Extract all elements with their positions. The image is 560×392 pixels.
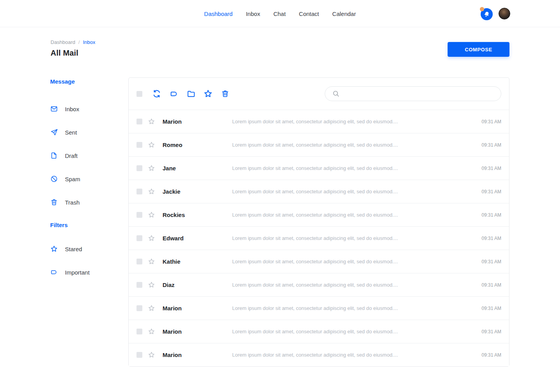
row-checkbox[interactable] [136, 329, 142, 334]
row-checkbox[interactable] [136, 212, 142, 218]
notification-badge [480, 7, 484, 11]
label-icon[interactable] [169, 89, 178, 98]
mail-preview: Lorem ipsum dolor sit amet, consectetur … [232, 119, 474, 124]
sidebar-message-list: Inbox Sent Draft [50, 97, 124, 214]
star-icon[interactable] [147, 188, 155, 196]
sidebar: Message Inbox Sent [50, 77, 124, 284]
nav-inbox[interactable]: Inbox [246, 10, 260, 17]
page-title: All Mail [51, 49, 95, 58]
sidebar-item-label: Stared [65, 246, 82, 252]
mail-icon [50, 105, 58, 113]
star-icon[interactable] [147, 118, 155, 126]
mail-row[interactable]: Marion Lorem ipsum dolor sit amet, conse… [129, 343, 509, 366]
breadcrumb: Dashboard / Inbox [51, 39, 95, 45]
mail-row[interactable]: Kathie Lorem ipsum dolor sit amet, conse… [129, 250, 509, 273]
row-checkbox[interactable] [136, 305, 142, 311]
mail-preview: Lorem ipsum dolor sit amet, consectetur … [232, 259, 474, 264]
nav-dashboard[interactable]: Dashboard [204, 10, 233, 17]
sidebar-item-trash[interactable]: Trash [50, 191, 124, 214]
toolbar-icons [152, 89, 230, 98]
star-icon[interactable] [147, 304, 155, 312]
star-icon[interactable] [147, 211, 155, 219]
mail-sender: Jane [163, 165, 232, 172]
row-checkbox[interactable] [136, 142, 142, 148]
mail-row[interactable]: Diaz Lorem ipsum dolor sit amet, consect… [129, 273, 509, 296]
sidebar-section-message: Message [50, 77, 124, 86]
search-input[interactable] [325, 86, 501, 101]
mail-row[interactable]: Marion Lorem ipsum dolor sit amet, conse… [129, 110, 509, 133]
mail-row[interactable]: Rockies Lorem ipsum dolor sit amet, cons… [129, 203, 509, 226]
mail-preview: Lorem ipsum dolor sit amet, consectetur … [232, 142, 474, 148]
star-icon[interactable] [147, 164, 155, 172]
mail-row[interactable]: Marion Lorem ipsum dolor sit amet, conse… [129, 320, 509, 343]
sidebar-item-label: Draft [65, 152, 78, 159]
row-checkbox[interactable] [136, 119, 142, 124]
nav-calendar[interactable]: Calendar [332, 10, 356, 17]
sidebar-item-inbox[interactable]: Inbox [50, 97, 124, 121]
star-icon[interactable] [147, 234, 155, 242]
mail-sender: Marion [163, 305, 232, 312]
sidebar-item-sent[interactable]: Sent [50, 121, 124, 144]
mail-time: 09:31 AM [474, 352, 501, 358]
mail-sender: Marion [163, 328, 232, 335]
top-header: Dashboard Inbox Chat Contact Calendar [0, 0, 560, 27]
star-icon[interactable] [147, 328, 155, 336]
mail-preview: Lorem ipsum dolor sit amet, consectetur … [232, 189, 474, 194]
star-icon[interactable] [147, 141, 155, 149]
mail-row[interactable]: Jane Lorem ipsum dolor sit amet, consect… [129, 156, 509, 180]
mail-row[interactable]: Edward Lorem ipsum dolor sit amet, conse… [129, 226, 509, 250]
mail-sender: Jackie [163, 188, 232, 195]
mail-app-page: Dashboard Inbox Chat Contact Calendar Da… [0, 0, 560, 392]
mail-row[interactable]: Romeo Lorem ipsum dolor sit amet, consec… [129, 133, 509, 156]
breadcrumb-inbox[interactable]: Inbox [83, 39, 95, 45]
mail-sender: Rockies [163, 212, 232, 218]
sidebar-item-stared[interactable]: Stared [50, 237, 124, 261]
mail-sender: Edward [163, 235, 232, 242]
notifications-button[interactable] [480, 7, 493, 20]
mail-time: 09:31 AM [474, 329, 501, 334]
mail-time: 09:31 AM [474, 282, 501, 288]
folder-icon[interactable] [186, 89, 196, 98]
sidebar-item-label: Important [65, 269, 89, 276]
mail-time: 09:31 AM [474, 142, 501, 148]
nav-chat[interactable]: Chat [273, 10, 286, 17]
sidebar-item-spam[interactable]: Spam [50, 167, 124, 191]
row-checkbox[interactable] [136, 165, 142, 171]
mail-time: 09:31 AM [474, 119, 501, 124]
send-icon [50, 128, 58, 136]
select-all-checkbox[interactable] [136, 91, 142, 97]
mail-row[interactable]: Marion Lorem ipsum dolor sit amet, conse… [129, 296, 509, 320]
spam-icon [50, 175, 58, 183]
sidebar-item-important[interactable]: Important [50, 261, 124, 284]
row-checkbox[interactable] [136, 235, 142, 241]
star-icon[interactable] [147, 258, 155, 266]
row-checkbox[interactable] [136, 189, 142, 194]
refresh-icon[interactable] [152, 89, 161, 98]
compose-button[interactable]: COMPOSE [448, 42, 509, 57]
star-icon[interactable] [203, 89, 213, 98]
breadcrumb-separator: / [79, 39, 80, 45]
mail-time: 09:31 AM [474, 236, 501, 241]
mail-sender: Diaz [163, 282, 232, 288]
page-head: Dashboard / Inbox All Mail [51, 39, 95, 58]
top-nav: Dashboard Inbox Chat Contact Calendar [0, 0, 560, 27]
label-icon [50, 268, 58, 276]
mail-preview: Lorem ipsum dolor sit amet, consectetur … [232, 352, 474, 358]
row-checkbox[interactable] [136, 282, 142, 288]
sidebar-filters-list: Stared Important [50, 237, 124, 284]
trash-icon[interactable] [220, 89, 230, 98]
nav-contact[interactable]: Contact [299, 10, 319, 17]
star-icon [50, 245, 58, 253]
mail-row[interactable]: Jackie Lorem ipsum dolor sit amet, conse… [129, 180, 509, 203]
sidebar-item-label: Sent [65, 129, 77, 136]
mail-time: 09:31 AM [474, 189, 501, 194]
star-icon[interactable] [147, 281, 155, 289]
breadcrumb-dashboard[interactable]: Dashboard [51, 39, 75, 45]
row-checkbox[interactable] [136, 352, 142, 358]
mail-time: 09:31 AM [474, 259, 501, 264]
mail-sender: Romeo [163, 142, 232, 148]
sidebar-item-draft[interactable]: Draft [50, 144, 124, 167]
user-avatar[interactable] [499, 8, 510, 19]
star-icon[interactable] [147, 351, 155, 359]
row-checkbox[interactable] [136, 259, 142, 264]
